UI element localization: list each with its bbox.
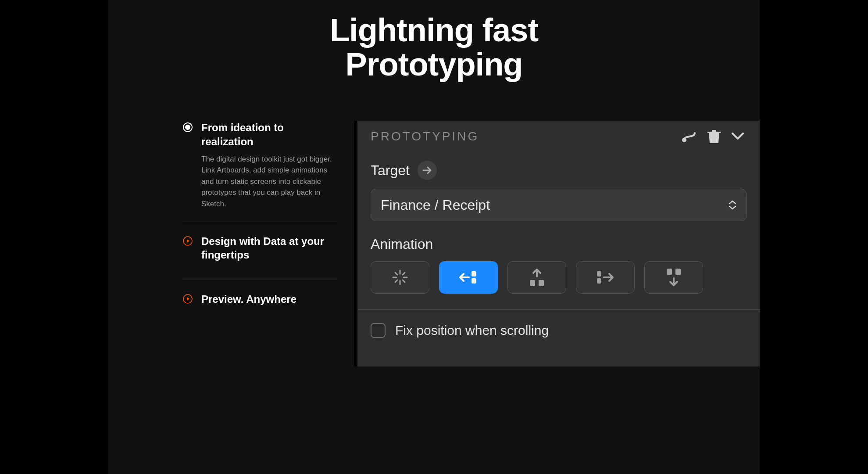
feature-body: Preview. Anywhere (201, 292, 336, 311)
feature-list: From ideation to realization The digital… (183, 121, 336, 366)
svg-rect-6 (472, 278, 476, 284)
prototyping-panel: PROTOTYPING (354, 121, 760, 366)
svg-rect-7 (530, 280, 535, 286)
arrow-right-icon[interactable] (418, 161, 437, 180)
trash-icon[interactable] (705, 128, 723, 145)
target-label-row: Target (371, 161, 747, 180)
page: Lightning fast Prototyping From ideation… (108, 0, 760, 474)
fix-position-label: Fix position when scrolling (395, 323, 549, 338)
feature-item-data[interactable]: Design with Data at your fingertips (183, 234, 336, 280)
content-row: From ideation to realization The digital… (108, 121, 760, 366)
fix-position-checkbox[interactable] (371, 323, 386, 338)
target-select[interactable]: Finance / Receipt (371, 189, 747, 221)
svg-rect-9 (597, 271, 601, 276)
panel-wrap: PROTOTYPING (354, 121, 760, 366)
svg-rect-12 (675, 269, 681, 275)
animation-none-button[interactable] (371, 261, 429, 294)
svg-point-4 (682, 138, 686, 142)
animation-label: Animation (371, 236, 747, 252)
animation-slide-up-button[interactable] (507, 261, 566, 294)
feature-item-ideation[interactable]: From ideation to realization The digital… (183, 121, 336, 222)
svg-rect-10 (597, 278, 601, 284)
animation-slide-right-button[interactable] (576, 261, 635, 294)
svg-rect-5 (472, 271, 476, 276)
svg-rect-11 (667, 269, 672, 275)
play-circle-icon (183, 236, 193, 246)
target-select-value: Finance / Receipt (381, 197, 729, 213)
play-circle-icon (183, 294, 193, 304)
chevron-down-icon[interactable] (729, 128, 747, 145)
hero-line-1: Lightning fast (330, 12, 538, 48)
divider (357, 309, 760, 310)
panel-title: PROTOTYPING (371, 129, 675, 144)
feature-title: From ideation to realization (201, 121, 336, 148)
feature-title: Design with Data at your fingertips (201, 234, 336, 262)
radio-active-icon (183, 122, 193, 132)
animation-slide-down-button[interactable] (644, 261, 703, 294)
stepper-icon (729, 200, 736, 210)
feature-description: The digital design toolkit just got bigg… (201, 154, 336, 210)
link-icon[interactable] (682, 128, 699, 145)
hero-line-2: Prototyping (345, 46, 522, 83)
animation-slide-left-button[interactable] (439, 261, 498, 294)
feature-title: Preview. Anywhere (201, 292, 336, 306)
svg-point-1 (185, 125, 190, 130)
svg-rect-8 (539, 280, 544, 286)
target-label: Target (371, 162, 410, 179)
feature-item-preview[interactable]: Preview. Anywhere (183, 292, 336, 323)
feature-body: Design with Data at your fingertips (201, 234, 336, 267)
hero-title: Lightning fast Prototyping (108, 13, 760, 81)
fix-position-row: Fix position when scrolling (371, 323, 747, 338)
panel-header: PROTOTYPING (371, 121, 747, 152)
feature-body: From ideation to realization The digital… (201, 121, 336, 209)
animation-options (371, 261, 747, 294)
